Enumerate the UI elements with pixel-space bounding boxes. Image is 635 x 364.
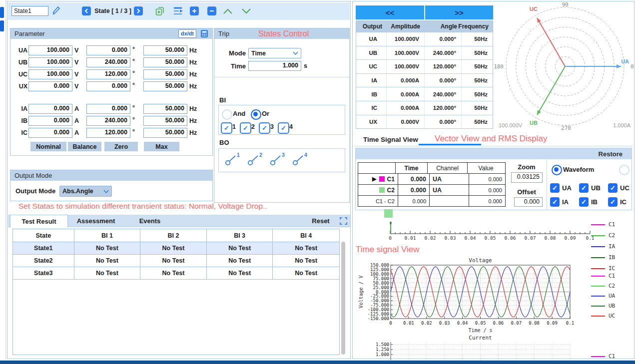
zero-button[interactable]: Zero (104, 142, 138, 151)
legend-label: UB (609, 303, 615, 309)
cursor-color-swatch (379, 176, 385, 182)
strip-button-2[interactable] (0, 20, 4, 31)
nominal-button[interactable]: Nominal (30, 142, 66, 151)
voltage-checkbox-ua[interactable]: ✓ (550, 183, 560, 193)
timeline-slider-handle[interactable] (384, 209, 393, 218)
overview-tick-label: 0.09 (565, 235, 576, 241)
results-row-state1-cell-1[interactable]: No Test (74, 242, 141, 254)
prev-page-button[interactable]: << (356, 5, 424, 19)
chevron-down-icon (103, 190, 109, 193)
reset-button[interactable]: Reset (306, 215, 336, 227)
results-header-row-cell-4[interactable]: BI 4 (273, 229, 339, 242)
output-row-ux[interactable]: UX0.000V0.000°50Hz (356, 115, 493, 129)
move-down-icon[interactable] (241, 8, 251, 14)
results-row-state3-cell-4[interactable]: No Test (273, 267, 339, 279)
voltage-checkbox-ub[interactable]: ✓ (579, 183, 589, 193)
legend-entry-c2: C2 (591, 283, 615, 289)
edit-pencil-icon[interactable] (51, 5, 61, 15)
results-header-row[interactable]: StateBI 1BI 2BI 3BI 4 (13, 229, 339, 242)
output-row-ua[interactable]: UA100.000V0.000°50Hz (356, 32, 493, 46)
results-row-state2-cell-0[interactable]: State2 (13, 255, 74, 267)
trip-time-input[interactable]: 1.000 (248, 61, 301, 71)
bi-and-radio[interactable] (222, 109, 232, 120)
overview-tick-label: 0.03 (445, 235, 456, 241)
bi-checkbox-3[interactable]: ✓ (259, 122, 270, 134)
voltage-checkbox-uc[interactable]: ✓ (608, 183, 618, 193)
voltage-xtick-label: 0.08 (529, 321, 540, 326)
scrollbar-thumb[interactable] (341, 242, 345, 355)
bi-checkbox-1[interactable]: ✓ (221, 122, 232, 134)
tab-events[interactable]: Events (128, 215, 172, 227)
output-row-ub[interactable]: UB100.000V240.000°50Hz (356, 46, 493, 60)
results-row-state3[interactable]: State3No TestNo TestNo TestNo Test (13, 267, 339, 280)
bi-or-radio[interactable] (251, 109, 261, 120)
results-scrollbar[interactable] (341, 242, 345, 355)
output-row-uc[interactable]: UC100.000V120.000°50Hz (356, 59, 493, 73)
output-cell: 0.000V (386, 115, 424, 129)
current-title: Current (469, 335, 492, 341)
output-row-ia[interactable]: IA0.000A0.000°50Hz (356, 73, 493, 87)
results-row-state2[interactable]: State2No TestNo TestNo TestNo Test (13, 255, 339, 267)
bo-output-3[interactable]: 3 (270, 154, 288, 168)
tab-test-result[interactable]: Test Result (10, 215, 68, 228)
next-page-button[interactable]: >> (425, 5, 493, 19)
timeline-overview-axis[interactable]: 00.010.020.030.040.050.060.070.080.090.1 (380, 220, 600, 243)
results-row-state1-cell-2[interactable]: No Test (140, 242, 207, 254)
current-checkbox-ic[interactable]: ✓ (608, 197, 618, 207)
results-row-state3-cell-0[interactable]: State3 (13, 267, 74, 279)
results-row-state2-cell-3[interactable]: No Test (207, 255, 273, 267)
second-view-radio[interactable] (619, 165, 630, 175)
copy-state-icon[interactable] (155, 6, 165, 16)
zoom-input[interactable]: 0.03125 (511, 172, 543, 183)
results-row-state2-cell-4[interactable]: No Test (273, 255, 339, 267)
restore-button[interactable]: Restore (599, 150, 623, 158)
results-row-state1-cell-0[interactable]: State1 (13, 242, 74, 254)
bo-output-2[interactable]: 2 (247, 154, 265, 168)
legend-color-line (591, 246, 605, 247)
current-checkbox-ia[interactable]: ✓ (550, 197, 560, 207)
results-row-state1[interactable]: State1No TestNo TestNo TestNo Test (13, 242, 339, 255)
tab-assessment[interactable]: Assessment (69, 215, 123, 227)
tab-time-signal-view[interactable]: Time Signal View (363, 134, 418, 144)
results-header-row-cell-0[interactable]: State (13, 229, 74, 242)
bi-checkbox-4[interactable]: ✓ (278, 122, 289, 134)
voltage-label-ub: UB (591, 184, 601, 192)
state-name-input[interactable]: State1 (11, 6, 48, 16)
voltage-xtick-label: 0.04 (457, 321, 468, 326)
waveform-radio[interactable] (552, 165, 562, 175)
output-row-ib[interactable]: IB0.000A240.000°50Hz (356, 87, 493, 101)
prev-state-button[interactable] (82, 6, 91, 15)
output-mode-dropdown[interactable]: Abs.Angle (59, 186, 112, 197)
remove-state-button[interactable] (207, 6, 216, 15)
max-button[interactable]: Max (144, 142, 179, 151)
results-row-state3-cell-2[interactable]: No Test (140, 267, 207, 279)
results-header-row-cell-3[interactable]: BI 3 (207, 229, 273, 242)
output-row-ic[interactable]: IC0.000A120.000°50Hz (356, 101, 493, 115)
results-row-state2-cell-1[interactable]: No Test (74, 255, 141, 267)
next-state-button[interactable] (134, 6, 143, 15)
bo-label: BO (219, 139, 229, 146)
balance-button[interactable]: Balance (68, 142, 101, 151)
legend-color-line (591, 286, 605, 287)
bo-output-1[interactable]: 1 (225, 154, 243, 168)
results-header-row-cell-1[interactable]: BI 1 (74, 229, 141, 242)
bo-output-4[interactable]: 4 (292, 154, 310, 168)
current-checkbox-ib[interactable]: ✓ (579, 197, 589, 207)
expand-icon[interactable] (340, 217, 347, 225)
trip-mode-dropdown[interactable]: Time (248, 48, 301, 58)
results-row-state1-cell-3[interactable]: No Test (207, 242, 273, 254)
results-row-state3-cell-1[interactable]: No Test (74, 267, 141, 279)
results-row-state3-cell-3[interactable]: No Test (207, 267, 273, 279)
play-icon[interactable]: ▶ (372, 176, 376, 182)
insert-state-icon[interactable] (173, 6, 184, 15)
results-header-row-cell-2[interactable]: BI 2 (140, 229, 207, 242)
overview-tick-label: 0.07 (525, 235, 536, 241)
add-state-button[interactable] (190, 6, 199, 15)
bi-checkbox-2[interactable]: ✓ (240, 122, 251, 134)
results-row-state1-cell-4[interactable]: No Test (273, 242, 339, 254)
move-up-icon[interactable] (223, 8, 233, 14)
legend-label: UA (609, 293, 615, 299)
cursor-col-Time: Time (395, 163, 427, 173)
strip-button-1[interactable] (0, 7, 4, 18)
results-row-state2-cell-2[interactable]: No Test (140, 255, 207, 267)
